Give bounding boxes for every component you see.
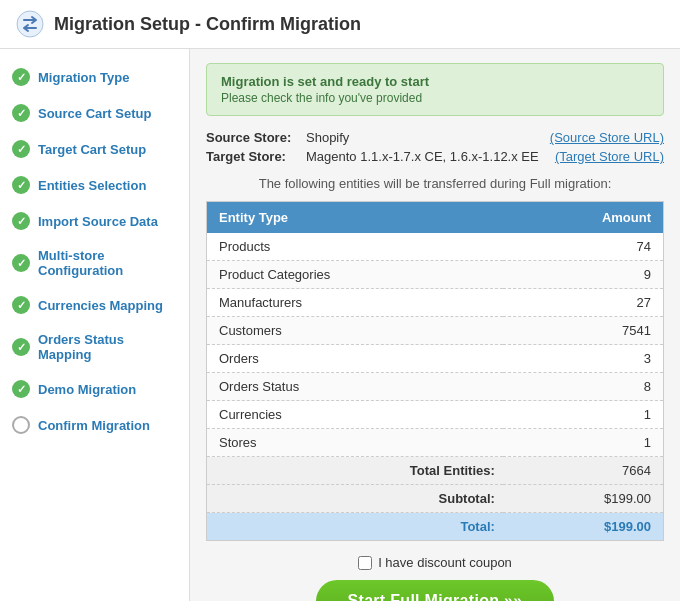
coupon-row: I have discount coupon [206, 555, 664, 570]
transfer-title: The following entities will be transferr… [206, 176, 664, 191]
check-icon: ✓ [12, 176, 30, 194]
page-wrapper: Migration Setup - Confirm Migration ✓ Mi… [0, 0, 680, 601]
migration-icon [16, 10, 44, 38]
sidebar-item-import-source-data[interactable]: ✓ Import Source Data [0, 203, 189, 239]
subtotal-value: $199.00 [503, 485, 664, 513]
table-row: Currencies1 [207, 401, 664, 429]
table-row: Product Categories9 [207, 261, 664, 289]
col-amount: Amount [503, 202, 664, 234]
col-entity-type: Entity Type [207, 202, 503, 234]
check-icon: ✓ [12, 338, 30, 356]
subtotal-label: Subtotal: [207, 485, 503, 513]
amount-cell: 1 [503, 429, 664, 457]
sidebar-item-entities-selection[interactable]: ✓ Entities Selection [0, 167, 189, 203]
coupon-label: I have discount coupon [378, 555, 512, 570]
source-store-row: Source Store: Shopify (Source Store URL) [206, 130, 664, 145]
sidebar-item-source-cart-setup[interactable]: ✓ Source Cart Setup [0, 95, 189, 131]
amount-cell: 7541 [503, 317, 664, 345]
sidebar-item-label: Target Cart Setup [38, 142, 146, 157]
target-store-label: Target Store: [206, 149, 306, 164]
check-icon: ✓ [12, 380, 30, 398]
check-icon: ✓ [12, 140, 30, 158]
entity-table: Entity Type Amount Products74Product Cat… [206, 201, 664, 541]
target-store-row: Target Store: Magento 1.1.x-1.7.x CE, 1.… [206, 149, 664, 164]
table-row: Stores1 [207, 429, 664, 457]
sidebar-item-label: Confirm Migration [38, 418, 150, 433]
main-content: Migration is set and ready to start Plea… [190, 49, 680, 601]
store-info: Source Store: Shopify (Source Store URL)… [206, 130, 664, 164]
total-value: $199.00 [503, 513, 664, 541]
table-row: Manufacturers27 [207, 289, 664, 317]
sidebar-item-target-cart-setup[interactable]: ✓ Target Cart Setup [0, 131, 189, 167]
entity-type-cell: Products [207, 233, 503, 261]
total-row: Total:$199.00 [207, 513, 664, 541]
entity-type-cell: Orders [207, 345, 503, 373]
sidebar-item-multi-store-configuration[interactable]: ✓ Multi-store Configuration [0, 239, 189, 287]
sidebar-item-demo-migration[interactable]: ✓ Demo Migration [0, 371, 189, 407]
entity-type-cell: Currencies [207, 401, 503, 429]
total-entities-label: Total Entities: [207, 457, 503, 485]
entity-type-cell: Manufacturers [207, 289, 503, 317]
sidebar-item-label: Import Source Data [38, 214, 158, 229]
source-store-value: Shopify [306, 130, 550, 145]
source-store-link[interactable]: (Source Store URL) [550, 130, 664, 145]
entity-type-cell: Orders Status [207, 373, 503, 401]
target-store-link[interactable]: (Target Store URL) [555, 149, 664, 164]
sidebar-item-migration-type[interactable]: ✓ Migration Type [0, 59, 189, 95]
amount-cell: 8 [503, 373, 664, 401]
check-icon: ✓ [12, 296, 30, 314]
table-header-row: Entity Type Amount [207, 202, 664, 234]
table-row: Orders3 [207, 345, 664, 373]
check-icon: ✓ [12, 254, 30, 272]
source-store-label: Source Store: [206, 130, 306, 145]
table-row: Orders Status8 [207, 373, 664, 401]
sidebar-item-currencies-mapping[interactable]: ✓ Currencies Mapping [0, 287, 189, 323]
check-icon: ✓ [12, 212, 30, 230]
amount-cell: 1 [503, 401, 664, 429]
total-entities-value: 7664 [503, 457, 664, 485]
subtotal-row: Subtotal:$199.00 [207, 485, 664, 513]
sidebar-item-label: Currencies Mapping [38, 298, 163, 313]
sidebar-item-label: Source Cart Setup [38, 106, 151, 121]
info-box: Migration is set and ready to start Plea… [206, 63, 664, 116]
info-box-title: Migration is set and ready to start [221, 74, 649, 89]
total-entities-row: Total Entities:7664 [207, 457, 664, 485]
sidebar-item-label: Demo Migration [38, 382, 136, 397]
start-btn-wrapper: Start Full Migration »» [206, 580, 664, 601]
coupon-checkbox[interactable] [358, 556, 372, 570]
amount-cell: 9 [503, 261, 664, 289]
table-row: Customers7541 [207, 317, 664, 345]
entity-type-cell: Stores [207, 429, 503, 457]
content-area: ✓ Migration Type ✓ Source Cart Setup ✓ T… [0, 49, 680, 601]
sidebar-item-label: Entities Selection [38, 178, 146, 193]
sidebar-item-confirm-migration[interactable]: Confirm Migration [0, 407, 189, 443]
info-box-subtitle: Please check the info you've provided [221, 91, 649, 105]
check-icon: ✓ [12, 104, 30, 122]
sidebar: ✓ Migration Type ✓ Source Cart Setup ✓ T… [0, 49, 190, 601]
start-migration-button[interactable]: Start Full Migration »» [316, 580, 555, 601]
sidebar-item-orders-status-mapping[interactable]: ✓ Orders Status Mapping [0, 323, 189, 371]
target-store-value: Magento 1.1.x-1.7.x CE, 1.6.x-1.12.x EE [306, 149, 555, 164]
circle-icon [12, 416, 30, 434]
page-title: Migration Setup - Confirm Migration [54, 14, 361, 35]
amount-cell: 3 [503, 345, 664, 373]
sidebar-item-label: Multi-store Configuration [38, 248, 179, 278]
sidebar-item-label: Orders Status Mapping [38, 332, 179, 362]
amount-cell: 74 [503, 233, 664, 261]
table-row: Products74 [207, 233, 664, 261]
svg-point-0 [17, 11, 43, 37]
sidebar-item-label: Migration Type [38, 70, 129, 85]
amount-cell: 27 [503, 289, 664, 317]
header: Migration Setup - Confirm Migration [0, 0, 680, 49]
entity-type-cell: Customers [207, 317, 503, 345]
check-icon: ✓ [12, 68, 30, 86]
total-label: Total: [207, 513, 503, 541]
entity-type-cell: Product Categories [207, 261, 503, 289]
